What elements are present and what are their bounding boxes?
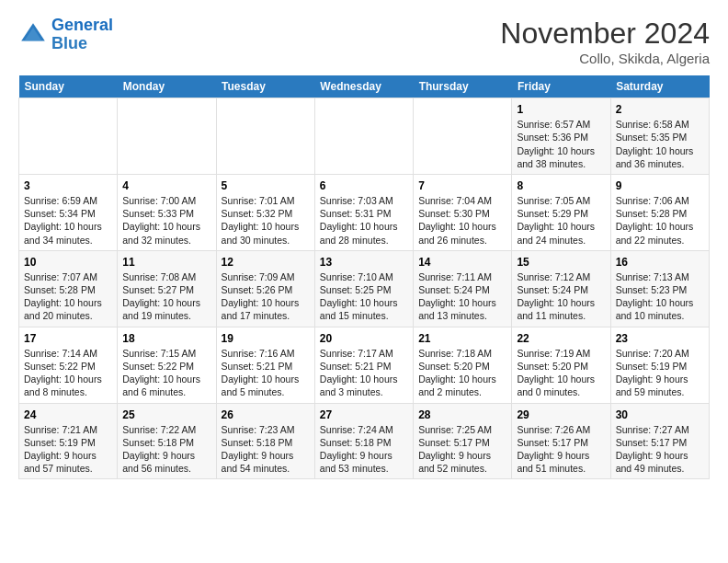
calendar-cell: 14Sunrise: 7:11 AMSunset: 5:24 PMDayligh…: [414, 250, 512, 327]
calendar-table: SundayMondayTuesdayWednesdayThursdayFrid…: [18, 75, 710, 479]
day-number: 13: [320, 255, 408, 270]
day-info: Sunrise: 7:24 AMSunset: 5:18 PMDaylight:…: [320, 423, 408, 476]
logo-line1: General: [51, 16, 113, 34]
day-number: 16: [616, 255, 704, 270]
day-info: Sunrise: 7:03 AMSunset: 5:31 PMDaylight:…: [320, 194, 408, 247]
day-info: Sunrise: 7:01 AMSunset: 5:32 PMDaylight:…: [222, 194, 310, 247]
calendar-week-row: 17Sunrise: 7:14 AMSunset: 5:22 PMDayligh…: [19, 327, 710, 403]
page: General Blue November 2024 Collo, Skikda…: [0, 0, 728, 488]
calendar-cell: 10Sunrise: 7:07 AMSunset: 5:28 PMDayligh…: [19, 250, 118, 327]
day-info: Sunrise: 7:08 AMSunset: 5:27 PMDaylight:…: [122, 270, 210, 323]
calendar-cell: 29Sunrise: 7:26 AMSunset: 5:17 PMDayligh…: [512, 403, 610, 479]
day-info: Sunrise: 7:07 AMSunset: 5:28 PMDaylight:…: [24, 270, 112, 323]
day-number: 3: [24, 178, 112, 193]
day-number: 28: [418, 408, 506, 422]
calendar-cell: 12Sunrise: 7:09 AMSunset: 5:26 PMDayligh…: [216, 250, 314, 327]
day-number: 7: [418, 178, 506, 193]
day-info: Sunrise: 7:13 AMSunset: 5:23 PMDaylight:…: [616, 270, 704, 323]
day-number: 29: [517, 408, 605, 422]
day-of-week-header: Monday: [118, 75, 216, 98]
day-number: 27: [320, 408, 408, 422]
month-title: November 2024: [500, 17, 710, 51]
calendar-cell: [118, 98, 216, 175]
day-number: 21: [418, 331, 506, 346]
calendar-week-row: 1Sunrise: 6:57 AMSunset: 5:36 PMDaylight…: [19, 98, 710, 175]
calendar-cell: 18Sunrise: 7:15 AMSunset: 5:22 PMDayligh…: [118, 327, 216, 403]
title-block: November 2024 Collo, Skikda, Algeria: [500, 17, 710, 66]
day-of-week-header: Tuesday: [216, 75, 314, 98]
calendar-cell: 4Sunrise: 7:00 AMSunset: 5:33 PMDaylight…: [118, 174, 216, 250]
day-info: Sunrise: 6:58 AMSunset: 5:35 PMDaylight:…: [616, 118, 704, 170]
day-number: 15: [517, 255, 605, 270]
calendar-cell: 22Sunrise: 7:19 AMSunset: 5:20 PMDayligh…: [512, 327, 610, 403]
day-info: Sunrise: 7:21 AMSunset: 5:19 PMDaylight:…: [24, 423, 112, 476]
day-info: Sunrise: 7:20 AMSunset: 5:19 PMDaylight:…: [616, 347, 704, 399]
day-number: 6: [320, 178, 408, 193]
calendar-cell: [216, 98, 314, 175]
day-info: Sunrise: 7:14 AMSunset: 5:22 PMDaylight:…: [24, 347, 112, 399]
location: Collo, Skikda, Algeria: [500, 51, 710, 66]
day-info: Sunrise: 7:22 AMSunset: 5:18 PMDaylight:…: [122, 423, 210, 476]
day-info: Sunrise: 7:10 AMSunset: 5:25 PMDaylight:…: [320, 270, 408, 323]
logo-line2: Blue: [51, 34, 87, 52]
calendar-header-row: SundayMondayTuesdayWednesdayThursdayFrid…: [19, 75, 710, 98]
day-number: 19: [222, 331, 310, 346]
calendar-cell: 11Sunrise: 7:08 AMSunset: 5:27 PMDayligh…: [118, 250, 216, 327]
day-number: 24: [24, 408, 112, 422]
day-info: Sunrise: 7:26 AMSunset: 5:17 PMDaylight:…: [517, 423, 605, 476]
day-of-week-header: Thursday: [414, 75, 512, 98]
calendar-cell: 21Sunrise: 7:18 AMSunset: 5:20 PMDayligh…: [414, 327, 512, 403]
header: General Blue November 2024 Collo, Skikda…: [18, 17, 710, 66]
day-number: 12: [222, 255, 310, 270]
calendar-cell: 17Sunrise: 7:14 AMSunset: 5:22 PMDayligh…: [19, 327, 118, 403]
calendar-cell: 25Sunrise: 7:22 AMSunset: 5:18 PMDayligh…: [118, 403, 216, 479]
day-number: 8: [517, 178, 605, 193]
calendar-cell: 24Sunrise: 7:21 AMSunset: 5:19 PMDayligh…: [19, 403, 118, 479]
day-number: 17: [24, 331, 112, 346]
day-number: 2: [616, 102, 704, 117]
calendar-cell: 9Sunrise: 7:06 AMSunset: 5:28 PMDaylight…: [610, 174, 709, 250]
day-info: Sunrise: 7:12 AMSunset: 5:24 PMDaylight:…: [517, 270, 605, 323]
calendar-cell: 5Sunrise: 7:01 AMSunset: 5:32 PMDaylight…: [216, 174, 314, 250]
calendar-cell: 13Sunrise: 7:10 AMSunset: 5:25 PMDayligh…: [314, 250, 413, 327]
calendar-cell: 7Sunrise: 7:04 AMSunset: 5:30 PMDaylight…: [414, 174, 512, 250]
day-number: 14: [418, 255, 506, 270]
calendar-cell: 1Sunrise: 6:57 AMSunset: 5:36 PMDaylight…: [512, 98, 610, 175]
day-info: Sunrise: 6:57 AMSunset: 5:36 PMDaylight:…: [517, 118, 605, 170]
day-number: 11: [122, 255, 210, 270]
logo-icon: [18, 20, 48, 50]
day-number: 5: [222, 178, 310, 193]
calendar-cell: 20Sunrise: 7:17 AMSunset: 5:21 PMDayligh…: [314, 327, 413, 403]
calendar-cell: [314, 98, 413, 175]
day-number: 23: [616, 331, 704, 346]
calendar-cell: 26Sunrise: 7:23 AMSunset: 5:18 PMDayligh…: [216, 403, 314, 479]
day-number: 4: [122, 178, 210, 193]
calendar-body: 1Sunrise: 6:57 AMSunset: 5:36 PMDaylight…: [19, 98, 710, 479]
logo: General Blue: [18, 17, 113, 53]
day-info: Sunrise: 7:27 AMSunset: 5:17 PMDaylight:…: [616, 423, 704, 476]
day-info: Sunrise: 6:59 AMSunset: 5:34 PMDaylight:…: [24, 194, 112, 247]
day-of-week-header: Sunday: [19, 75, 118, 98]
day-info: Sunrise: 7:11 AMSunset: 5:24 PMDaylight:…: [418, 270, 506, 323]
day-info: Sunrise: 7:23 AMSunset: 5:18 PMDaylight:…: [222, 423, 310, 476]
day-of-week-header: Friday: [512, 75, 610, 98]
calendar-cell: 15Sunrise: 7:12 AMSunset: 5:24 PMDayligh…: [512, 250, 610, 327]
day-of-week-header: Wednesday: [314, 75, 413, 98]
day-info: Sunrise: 7:19 AMSunset: 5:20 PMDaylight:…: [517, 347, 605, 399]
calendar-cell: [19, 98, 118, 175]
day-info: Sunrise: 7:16 AMSunset: 5:21 PMDaylight:…: [222, 347, 310, 399]
day-number: 20: [320, 331, 408, 346]
day-info: Sunrise: 7:04 AMSunset: 5:30 PMDaylight:…: [418, 194, 506, 247]
calendar-cell: 3Sunrise: 6:59 AMSunset: 5:34 PMDaylight…: [19, 174, 118, 250]
day-info: Sunrise: 7:17 AMSunset: 5:21 PMDaylight:…: [320, 347, 408, 399]
calendar-cell: [414, 98, 512, 175]
calendar-week-row: 10Sunrise: 7:07 AMSunset: 5:28 PMDayligh…: [19, 250, 710, 327]
calendar-week-row: 24Sunrise: 7:21 AMSunset: 5:19 PMDayligh…: [19, 403, 710, 479]
day-number: 30: [616, 408, 704, 422]
day-number: 18: [122, 331, 210, 346]
calendar-cell: 23Sunrise: 7:20 AMSunset: 5:19 PMDayligh…: [610, 327, 709, 403]
day-info: Sunrise: 7:06 AMSunset: 5:28 PMDaylight:…: [616, 194, 704, 247]
day-info: Sunrise: 7:18 AMSunset: 5:20 PMDaylight:…: [418, 347, 506, 399]
day-info: Sunrise: 7:00 AMSunset: 5:33 PMDaylight:…: [122, 194, 210, 247]
day-info: Sunrise: 7:09 AMSunset: 5:26 PMDaylight:…: [222, 270, 310, 323]
